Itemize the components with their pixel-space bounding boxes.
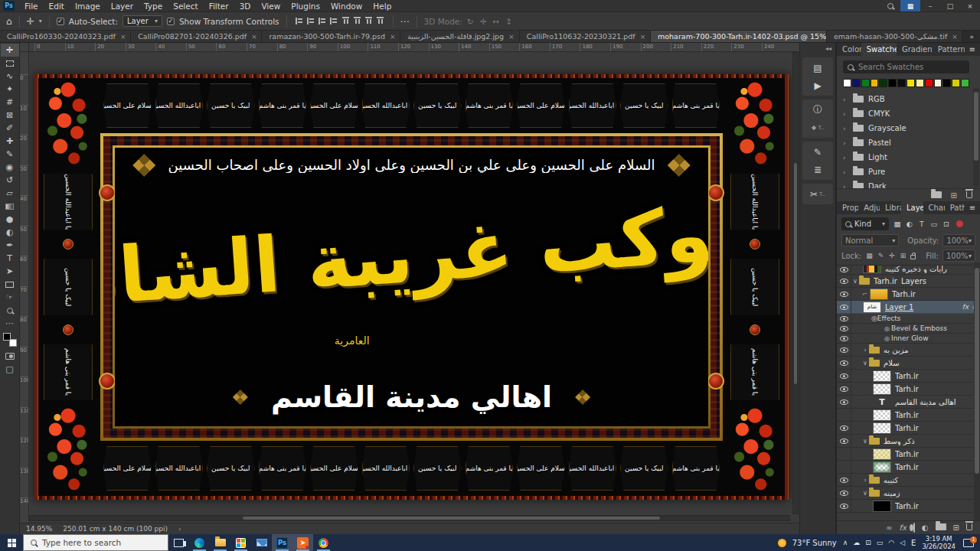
color-swatch[interactable] [942,79,951,87]
visibility-toggle[interactable] [837,461,851,473]
layer-row[interactable]: ⌐Tarh.ir [837,288,980,301]
horizontal-scrollbar[interactable] [29,515,790,521]
color-swatch[interactable] [871,79,879,87]
clone-stamp-tool[interactable]: ◉ [1,161,19,174]
start-button[interactable] [0,534,23,551]
swatch-group-dark[interactable]: ›Dark [843,179,969,188]
chevron-right-icon[interactable]: › [861,347,869,354]
visibility-toggle[interactable] [837,500,851,512]
lock-artboard-icon[interactable]: ⊞ [900,252,906,259]
color-swatch[interactable] [952,79,960,87]
visibility-toggle[interactable] [837,422,851,434]
menu-type[interactable]: Type [139,0,168,12]
move-tool-icon[interactable]: ✛ [27,16,34,27]
actions-panel-button[interactable]: ▶ [802,77,833,94]
info-panel-button[interactable]: ⓘ [802,101,833,119]
delete-swatch-button[interactable] [966,191,972,200]
hand-tool[interactable]: ☞ [1,291,19,304]
3d-mode-icon[interactable]: ↻ [467,17,474,26]
foreground-color-swatch[interactable] [3,333,11,341]
vertical-scrollbar[interactable] [792,52,799,514]
search-button[interactable] [880,0,900,11]
document-tab-3[interactable]: قافلة-الحسين-الزينبية.jpg2.jpg× [400,31,520,42]
weather-text[interactable]: 73°F Sunny [792,539,837,547]
menu-file[interactable]: File [19,0,44,12]
layer-group-row[interactable]: ∨زمینه [837,487,980,500]
visibility-toggle[interactable] [837,383,851,395]
3d-mode-icon[interactable]: ✛ [480,17,487,26]
vertical-ruler[interactable]: 0102030405060708090100110120130140 [20,52,29,523]
align-icon[interactable] [296,18,304,24]
visibility-toggle[interactable] [837,487,851,499]
shape-tool[interactable] [1,278,19,291]
panel-menu-icon[interactable]: ≡ [965,43,980,56]
color-swatch[interactable] [925,79,933,87]
panel-scrollbar[interactable] [973,88,979,187]
align-icon[interactable] [342,17,349,25]
eraser-tool[interactable]: ▱ [1,187,19,200]
shape-filter-button[interactable]: ▭ [928,218,940,230]
layer-row[interactable]: Tarh.ir [837,409,980,422]
filter-toggle[interactable] [956,220,963,227]
layer-row[interactable]: شامLayer 1fx∧ [837,301,980,314]
visibility-toggle[interactable] [837,288,851,300]
color-swatch[interactable] [916,79,924,87]
align-icon[interactable] [354,17,361,25]
chrome-taskbar-button[interactable] [313,534,334,551]
history-panel-button[interactable]: ▤ [802,59,833,77]
layer-group-row[interactable]: ∨سلام [837,357,980,370]
ellipsis-icon[interactable]: ⋯ [400,16,410,27]
zoom-tool[interactable] [1,304,19,317]
brush-settings-panel-button[interactable]: ✎ [802,143,833,161]
filter-kind-dropdown[interactable]: Kind ▾ [841,217,889,230]
panel-menu-icon[interactable]: ≡ [965,201,980,214]
menu-plugins[interactable]: Plugins [286,0,325,12]
menu-edit[interactable]: Edit [44,0,70,12]
blend-mode-dropdown[interactable]: Normal ▾ [841,234,899,246]
visibility-toggle[interactable] [837,474,851,486]
marquee-tool[interactable] [1,57,19,70]
frame-tool[interactable]: ⊠ [1,109,19,122]
lock-pixels-icon[interactable]: ✎ [878,252,884,259]
menu-3d[interactable]: 3D [234,0,256,12]
gradient-tool[interactable] [1,200,19,213]
document-tab-4[interactable]: CalliPro110632-20230321.pdf× [520,31,651,42]
healing-brush-tool[interactable]: ✚ [1,135,19,148]
menu-select[interactable]: Select [168,0,203,12]
swatch-group-pastel[interactable]: ›Pastel [843,135,969,150]
scrollbar-thumb[interactable] [243,517,661,520]
layer-row[interactable]: Tاهالي مدينة القاسم [837,396,980,409]
close-icon[interactable]: × [952,33,958,41]
swatch-group-rgb[interactable]: ›RGB [843,92,969,106]
swatches-tab-color[interactable]: Color [837,43,861,56]
color-swatch[interactable] [888,79,897,87]
smart-object-filter-button[interactable]: ⊡ [940,218,952,230]
layer-row[interactable]: Tarh.ir [837,370,980,383]
file-explorer-taskbar-button[interactable] [210,534,230,551]
visibility-toggle[interactable] [837,409,851,421]
align-icon[interactable] [377,17,384,25]
fill-dropdown[interactable]: 100% ▾ [942,249,975,262]
menu-window[interactable]: Window [325,0,368,12]
layer-group-row[interactable]: ∨Tarh.ir_Layers [837,275,980,288]
visibility-toggle[interactable] [837,301,851,313]
layers-tab-paths[interactable]: Paths [945,201,965,214]
chevron-right-icon[interactable]: › [178,525,181,533]
adjustment-filter-button[interactable]: ◐ [903,218,916,230]
menu-layer[interactable]: Layer [106,0,139,12]
layer-row[interactable]: ◎ Effects [837,314,980,324]
document-tab-5[interactable]: moharam-700-300-Tarh.ir-1402-03.psd @ 15… [651,31,827,42]
layers-tab-librari[interactable]: Librari [880,201,901,214]
dodge-tool[interactable]: ◐ [1,226,19,239]
visibility-toggle[interactable] [837,448,851,460]
minimize-button[interactable]: – [920,0,940,11]
visibility-toggle[interactable] [837,334,851,343]
visibility-toggle[interactable] [837,435,851,447]
color-swatch[interactable] [961,79,969,87]
layer-row[interactable]: Tarh.ir [837,383,980,396]
clock[interactable]: 3:19 AM 3/26/2024 [922,535,956,550]
wifi-icon[interactable]: ◠ [888,539,894,546]
color-swatch[interactable] [852,79,861,87]
taskbar-search-input[interactable]: Type here to search [23,534,168,551]
color-swatch[interactable] [897,79,906,87]
